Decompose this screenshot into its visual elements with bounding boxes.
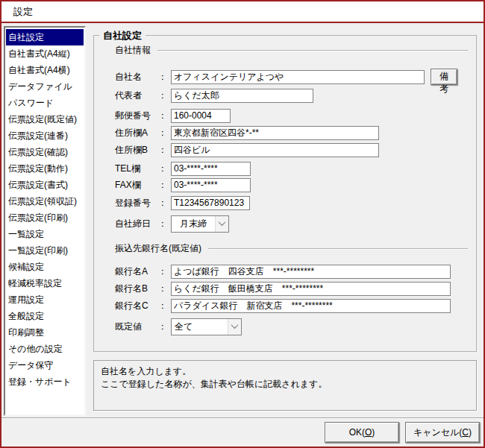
registration-number-row: 登録番号 ： [115, 195, 476, 210]
label-colon: ： [158, 218, 169, 230]
registration-number-label: 登録番号 [115, 197, 158, 209]
window-title: 設定 [13, 5, 33, 19]
ok-button[interactable]: OK(O) [325, 422, 399, 443]
sidebar-item[interactable]: その他の設定 [6, 341, 84, 357]
company-info-section-label: 自社情報 [115, 44, 151, 57]
label-colon: ： [158, 321, 169, 333]
sidebar-item[interactable]: 伝票設定(領収証) [6, 193, 84, 209]
closing-day-dropdown-button[interactable] [215, 216, 228, 232]
sidebar-item[interactable]: 伝票設定(既定値) [6, 111, 84, 127]
bank-name-b-input[interactable] [171, 282, 451, 296]
bank-name-a-input[interactable] [171, 265, 451, 279]
help-text-panel: 自社名を入力します。 ここで登録した名称が、集計表や台帳に記載されます。 [93, 360, 477, 411]
bank-name-c-input[interactable] [171, 299, 451, 313]
registration-number-input[interactable] [171, 196, 250, 210]
label-colon: ： [158, 179, 169, 192]
company-info-section-header: 自社情報 [115, 45, 468, 56]
sidebar-item[interactable]: 伝票設定(書式) [6, 177, 84, 193]
default-bank-value: 全て [172, 319, 228, 335]
remarks-button[interactable]: 備考 [431, 69, 457, 85]
bank-b-row: 銀行名B ： [115, 281, 476, 296]
section-rule [208, 248, 468, 250]
sidebar-item[interactable]: 伝票設定(確認) [6, 144, 84, 160]
closing-day-row: 自社締日 ： 月末締 [115, 215, 476, 233]
bank-a-row: 銀行名A ： [115, 264, 476, 279]
tel-row: TEL欄 ： [115, 161, 476, 176]
ok-mnemonic: O [365, 427, 372, 438]
sidebar-item[interactable]: パスワード [6, 95, 84, 111]
representative-input[interactable] [171, 89, 313, 103]
bank-c-row: 銀行名C ： [115, 298, 476, 313]
label-colon: ： [158, 197, 169, 209]
company-name-label: 自社名 [115, 71, 158, 83]
default-bank-dropdown-button[interactable] [228, 319, 241, 335]
chevron-down-icon [219, 218, 226, 226]
company-settings-group: 自社設定 自社情報 自社名 ： 備考 代表者 ： 郵便番号 ： 住所欄A ： 住… [93, 35, 477, 352]
sidebar-item[interactable]: 自社設定 [6, 29, 84, 45]
sidebar-item[interactable]: 伝票設定(連番) [6, 127, 84, 144]
postal-code-label: 郵便番号 [115, 110, 158, 122]
representative-label: 代表者 [115, 89, 158, 102]
bank-a-label: 銀行名A [115, 265, 158, 278]
closing-day-label: 自社締日 [115, 218, 158, 230]
label-colon: ： [158, 163, 169, 175]
tel-label: TEL欄 [115, 163, 158, 175]
help-line-1: 自社名を入力します。 [101, 365, 469, 378]
default-bank-row: 既定値 ： 全て [115, 318, 476, 335]
bank-section-label: 振込先銀行名(既定値) [115, 242, 201, 255]
sidebar-item[interactable]: データ保守 [6, 357, 84, 373]
section-rule [157, 50, 468, 51]
sidebar-item[interactable]: 伝票設定(印刷) [6, 209, 84, 226]
company-name-input[interactable] [171, 70, 425, 84]
footer-divider [1, 417, 484, 419]
label-colon: ： [158, 71, 169, 83]
sidebar-item[interactable]: 印刷調整 [6, 324, 84, 341]
address-a-label: 住所欄A [115, 127, 158, 139]
address-a-input[interactable] [171, 126, 379, 140]
sidebar-item[interactable]: 自社書式(A4縦) [6, 45, 84, 62]
representative-row: 代表者 ： [115, 88, 476, 103]
bank-c-label: 銀行名C [115, 300, 158, 312]
label-colon: ： [158, 89, 169, 102]
sidebar-item[interactable]: 全般設定 [6, 308, 84, 324]
sidebar-item[interactable]: 運用設定 [6, 291, 84, 308]
sidebar-item[interactable]: 候補設定 [6, 259, 84, 275]
sidebar-item[interactable]: 一覧設定(印刷) [6, 242, 84, 259]
tel-input[interactable] [171, 162, 251, 176]
company-name-row: 自社名 ： 備考 [115, 69, 476, 84]
sidebar-item[interactable]: 伝票設定(動作) [6, 160, 84, 177]
label-colon: ： [158, 110, 169, 122]
settings-category-list: 自社設定 自社書式(A4縦) 自社書式(A4横) データファイル パスワード 伝… [4, 26, 86, 416]
label-colon: ： [158, 127, 169, 139]
sidebar-item[interactable]: 登録・サポート [6, 373, 84, 390]
default-bank-label: 既定値 [115, 321, 158, 333]
postal-code-input[interactable] [171, 109, 231, 123]
cancel-label: キャンセル( [413, 427, 462, 438]
fax-label: FAX欄 [115, 179, 158, 192]
label-colon: ： [158, 144, 169, 157]
cancel-button[interactable]: キャンセル(C) [405, 422, 480, 443]
cancel-label-close: ) [469, 427, 472, 438]
postal-code-row: 郵便番号 ： [115, 108, 476, 123]
chevron-down-icon [231, 321, 239, 329]
address-b-input[interactable] [171, 143, 379, 157]
sidebar-item[interactable]: 自社書式(A4横) [6, 62, 84, 78]
default-bank-select[interactable]: 全て [171, 318, 242, 335]
fax-row: FAX欄 ： [115, 177, 476, 192]
ok-label-close: ) [372, 427, 375, 438]
closing-day-value: 月末締 [172, 216, 215, 232]
sidebar-item[interactable]: データファイル [6, 78, 84, 95]
address-b-row: 住所欄B ： [115, 142, 476, 157]
group-title: 自社設定 [99, 29, 146, 42]
sidebar-item[interactable]: 一覧設定 [6, 226, 84, 242]
fax-input[interactable] [171, 178, 251, 192]
bank-b-label: 銀行名B [115, 283, 158, 295]
sidebar-item[interactable]: 軽減税率設定 [6, 275, 84, 291]
title-bar: 設定 [1, 1, 484, 23]
ok-label: OK( [349, 427, 365, 438]
help-line-2: ここで登録した名称が、集計表や台帳に記載されます。 [101, 378, 469, 391]
closing-day-select[interactable]: 月末締 [171, 215, 229, 233]
address-a-row: 住所欄A ： [115, 125, 476, 140]
address-b-label: 住所欄B [115, 144, 158, 157]
label-colon: ： [158, 283, 169, 295]
